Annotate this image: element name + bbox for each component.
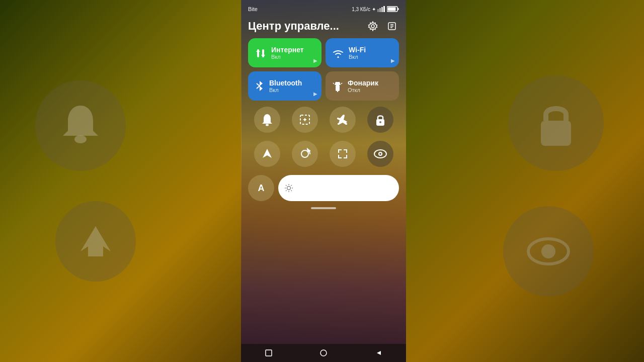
eye-mode-circle-btn[interactable] xyxy=(367,141,393,167)
back-arrow-icon xyxy=(375,349,382,356)
svg-marker-22 xyxy=(260,86,263,91)
internet-status: Вкл xyxy=(271,54,304,60)
brightness-fill xyxy=(278,175,320,201)
location-circle-btn[interactable] xyxy=(254,141,280,167)
wifi-icon xyxy=(333,47,344,59)
control-center-header: Центр управле... xyxy=(241,16,406,38)
settings-icon xyxy=(368,21,378,31)
flashlight-toggle[interactable]: Фонарик Откл xyxy=(326,71,399,101)
svg-marker-36 xyxy=(263,149,272,158)
svg-rect-6 xyxy=(379,8,381,12)
fullscreen-circle-btn[interactable] xyxy=(330,141,356,167)
lock-circle-btn[interactable] xyxy=(367,107,393,133)
rotation-circle-btn[interactable] xyxy=(292,141,318,167)
navigation-arrow-icon xyxy=(262,148,273,160)
svg-rect-10 xyxy=(398,8,399,10)
svg-rect-7 xyxy=(381,7,383,12)
bluetooth-toggle[interactable]: Bluetooth Вкл ▶ xyxy=(248,71,321,101)
svg-rect-11 xyxy=(388,8,396,11)
wifi-signal-icon xyxy=(333,49,344,58)
bluetooth-symbol-icon xyxy=(255,80,264,92)
airplane-icon xyxy=(337,114,349,126)
wifi-label: Wi-Fi xyxy=(349,46,366,54)
bg-left xyxy=(0,0,242,362)
battery-icon xyxy=(387,6,399,12)
brightness-slider[interactable] xyxy=(278,175,399,201)
torch-icon xyxy=(333,80,343,92)
svg-rect-5 xyxy=(377,9,379,12)
bluetooth-toggle-text: Bluetooth Вкл xyxy=(269,79,302,93)
status-right-group: 1,3 КБ/с ✦ xyxy=(352,6,399,12)
svg-marker-26 xyxy=(335,82,341,85)
back-nav-button[interactable] xyxy=(370,345,386,361)
svg-rect-8 xyxy=(383,6,385,12)
bluetooth-status-icon: ✦ xyxy=(372,7,376,12)
svg-rect-51 xyxy=(266,350,272,356)
font-size-button[interactable]: A xyxy=(248,175,274,201)
control-center-title: Центр управле... xyxy=(248,20,339,33)
svg-point-35 xyxy=(379,121,381,123)
wifi-chevron: ▶ xyxy=(391,58,395,63)
wifi-toggle-text: Wi-Fi Вкл xyxy=(349,46,366,60)
bluetooth-status: Вкл xyxy=(269,87,302,93)
svg-point-52 xyxy=(320,350,327,356)
svg-point-41 xyxy=(379,153,381,155)
phone-screen: Bite 1,3 КБ/с ✦ Центр управле... xyxy=(241,0,406,362)
svg-point-30 xyxy=(266,124,269,126)
screenshot-circle-btn[interactable] xyxy=(292,107,318,133)
svg-rect-25 xyxy=(336,85,340,91)
internet-label: Интернет xyxy=(271,46,304,54)
svg-marker-38 xyxy=(307,149,310,152)
status-bar: Bite 1,3 КБ/с ✦ xyxy=(241,0,406,16)
settings-button[interactable] xyxy=(366,19,380,33)
square-home-icon xyxy=(265,349,273,357)
svg-line-24 xyxy=(257,86,260,88)
wifi-status: Вкл xyxy=(349,54,366,60)
svg-marker-20 xyxy=(261,55,265,57)
screenshot-icon xyxy=(299,114,311,126)
svg-marker-21 xyxy=(260,81,263,86)
navigation-bar xyxy=(241,344,406,362)
signal-icon xyxy=(377,6,385,12)
header-actions xyxy=(366,19,399,33)
internet-arrows-icon xyxy=(255,48,266,59)
edit-icon xyxy=(387,22,396,31)
flashlight-toggle-text: Фонарик Откл xyxy=(348,79,378,93)
rotation-lock-icon xyxy=(299,148,311,160)
bottom-controls-row: A xyxy=(241,173,406,203)
svg-marker-19 xyxy=(256,49,260,52)
fullscreen-icon xyxy=(337,148,349,160)
home-indicator-area xyxy=(241,203,406,211)
svg-line-23 xyxy=(257,83,260,86)
network-speed: 1,3 КБ/с xyxy=(352,7,370,12)
svg-marker-53 xyxy=(377,351,381,355)
svg-line-28 xyxy=(333,83,334,84)
circles-row-2 xyxy=(241,139,406,169)
circle-nav-button[interactable] xyxy=(315,345,332,361)
bluetooth-chevron: ▶ xyxy=(313,91,317,97)
lock-circle-icon xyxy=(375,114,385,126)
wifi-toggle[interactable]: Wi-Fi Вкл ▶ xyxy=(326,38,399,67)
notification-circle-btn[interactable] xyxy=(254,107,280,133)
phone-container: Bite 1,3 КБ/с ✦ Центр управле... xyxy=(241,0,406,362)
internet-toggle[interactable]: Интернет Вкл ▶ xyxy=(248,38,321,67)
svg-line-29 xyxy=(341,83,342,84)
eye-reading-icon xyxy=(374,149,387,158)
bluetooth-label: Bluetooth xyxy=(269,79,302,87)
svg-point-12 xyxy=(371,25,374,28)
internet-chevron: ▶ xyxy=(313,58,317,63)
quick-toggles-grid: Интернет Вкл ▶ Wi-Fi Вкл ▶ xyxy=(241,38,406,101)
bell-circle-icon xyxy=(262,113,273,126)
circles-row-1 xyxy=(241,105,406,135)
flashlight-icon xyxy=(333,80,343,93)
font-size-label: A xyxy=(258,183,265,194)
edit-button[interactable] xyxy=(385,19,399,33)
home-nav-button[interactable] xyxy=(261,345,277,361)
carrier-label: Bite xyxy=(248,6,258,12)
bluetooth-icon xyxy=(255,80,264,93)
internet-icon xyxy=(255,47,266,59)
flashlight-status: Откл xyxy=(348,87,378,93)
home-indicator xyxy=(311,207,336,209)
airplane-circle-btn[interactable] xyxy=(330,107,356,133)
circle-home-icon xyxy=(319,349,328,357)
